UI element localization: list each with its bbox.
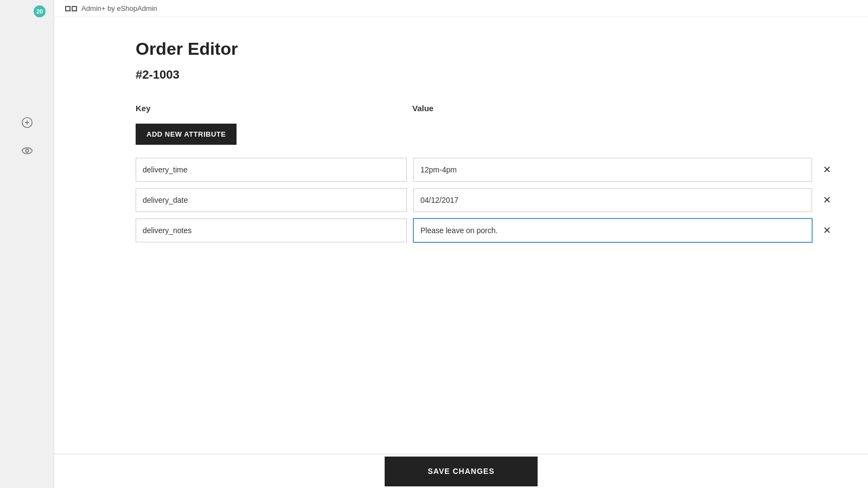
- add-attribute-button[interactable]: ADD NEW ATTRIBUTE: [136, 124, 237, 145]
- sidebar: 20: [0, 0, 54, 488]
- page-title: Order Editor: [136, 39, 835, 59]
- value-input-delivery-time[interactable]: [413, 158, 812, 182]
- value-input-delivery-date[interactable]: [413, 188, 812, 212]
- key-input-delivery-time[interactable]: [136, 158, 407, 182]
- page-body: Order Editor #2-1003 Key Value ADD NEW A…: [54, 17, 868, 488]
- app-logo: Admin+ by eShopAdmin: [65, 4, 157, 12]
- eye-icon[interactable]: [18, 142, 36, 159]
- sidebar-icons: [18, 114, 36, 159]
- header-bar: Admin+ by eShopAdmin: [54, 0, 868, 17]
- attribute-row: ✕: [136, 219, 835, 242]
- attributes-table: Key Value ADD NEW ATTRIBUTE ✕ ✕ ✕: [136, 104, 835, 242]
- plus-icon[interactable]: [18, 114, 36, 131]
- order-number: #2-1003: [136, 68, 835, 82]
- main-content: Admin+ by eShopAdmin Order Editor #2-100…: [54, 0, 868, 488]
- logo-icon: [65, 6, 77, 11]
- delete-button-delivery-date[interactable]: ✕: [819, 192, 835, 208]
- delete-button-delivery-notes[interactable]: ✕: [819, 222, 835, 239]
- footer-bar: SAVE CHANGES: [54, 454, 868, 488]
- attribute-row: ✕: [136, 158, 835, 182]
- svg-point-4: [25, 149, 29, 152]
- delete-button-delivery-time[interactable]: ✕: [819, 162, 835, 178]
- key-input-delivery-date[interactable]: [136, 188, 407, 212]
- key-input-delivery-notes[interactable]: [136, 219, 407, 242]
- key-column-header: Key: [136, 104, 412, 113]
- svg-point-3: [22, 148, 31, 154]
- value-input-delivery-notes[interactable]: [413, 219, 812, 242]
- attribute-row: ✕: [136, 188, 835, 212]
- logo-text: Admin+ by eShopAdmin: [81, 4, 157, 12]
- save-changes-button[interactable]: SAVE CHANGES: [385, 457, 538, 486]
- notification-badge: 20: [34, 5, 46, 17]
- value-column-header: Value: [412, 104, 835, 113]
- table-header: Key Value: [136, 104, 835, 115]
